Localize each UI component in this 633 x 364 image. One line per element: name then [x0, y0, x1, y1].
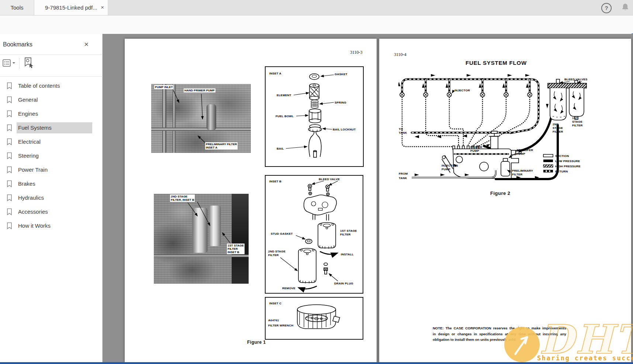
help-icon[interactable]: ? [601, 3, 612, 13]
svg-text:LOW PRESSURE: LOW PRESSURE [555, 160, 580, 163]
sidebar-item-electrical[interactable]: Electrical [0, 135, 103, 149]
divider [0, 55, 103, 55]
bookmark-icon [7, 110, 12, 119]
photo2-leader-lines [154, 194, 249, 284]
tab-bar: Tools 9-79815-Linked pdf... × ? [0, 0, 633, 15]
svg-text:A64761: A64761 [268, 319, 279, 322]
divider [0, 76, 103, 77]
sidebar-item-general[interactable]: General [0, 93, 103, 107]
svg-text:DRAIN PLUG: DRAIN PLUG [334, 282, 353, 285]
close-panel-icon[interactable]: × [84, 40, 89, 49]
sidebar-item-accessories[interactable]: Accessories [0, 205, 103, 219]
page-code: 3110-4 [394, 52, 407, 57]
svg-text:STAGE: STAGE [572, 120, 582, 123]
pdf-page-left: 3110-3 PUMP INLET HAND PRIMER PUMP PRELI… [125, 39, 377, 362]
photo-engine-primer-pump: PUMP INLET HAND PRIMER PUMP PRELIMINARY … [151, 84, 251, 153]
svg-text:2ND: 2ND [553, 123, 559, 126]
svg-text:PUMP: PUMP [516, 152, 525, 155]
main-toolbar: 339 / 1214 [0, 15, 633, 34]
svg-text:2ND STAGE: 2ND STAGE [268, 250, 286, 253]
svg-text:PRELIMINARY: PRELIMINARY [512, 169, 533, 172]
svg-text:FILTER: FILTER [553, 130, 563, 133]
svg-text:TANK: TANK [399, 176, 407, 180]
svg-text:STUD GASKET: STUD GASKET [271, 232, 293, 235]
watermark-badge [504, 327, 540, 362]
svg-text:PRIMER: PRIMER [470, 146, 482, 149]
photo1-label-pump-inlet: PUMP INLET [154, 85, 173, 89]
sidebar-item-engines[interactable]: Engines [0, 107, 103, 121]
svg-text:TRANSFER: TRANSFER [516, 148, 533, 152]
bookmark-icon [7, 222, 12, 231]
svg-text:INSET A: INSET A [269, 72, 281, 75]
page-code: 3110-3 [350, 50, 363, 55]
bookmark-icon [7, 124, 12, 133]
svg-text:PUMP: PUMP [470, 149, 479, 153]
watermark-slogan: Sharing creates success [537, 354, 633, 362]
document-viewport[interactable]: 3110-3 PUMP INLET HAND PRIMER PUMP PRELI… [103, 34, 633, 364]
pdf-viewer-window: Tools 9-79815-Linked pdf... × ? [0, 0, 633, 364]
sidebar-item-power-train[interactable]: Power Train [0, 163, 103, 177]
svg-text:FILTER: FILTER [572, 124, 583, 127]
bookmark-icon [7, 180, 12, 189]
close-tab-icon[interactable]: × [101, 4, 104, 11]
svg-text:STAGE: STAGE [553, 126, 563, 130]
svg-text:ELEMENT: ELEMENT [277, 94, 291, 97]
sidebar-item-steering[interactable]: Steering [0, 149, 103, 163]
inset-b-diagram: INSET B BLEED VALVE STUD GASKET [266, 176, 363, 293]
photo-engine-filters: 2ND STAGE FILTER, INSET B 1ST STAGE FILT… [154, 194, 249, 284]
tab-document[interactable]: 9-79815-Linked pdf... × [34, 0, 108, 15]
watermark-arrow-icon [504, 327, 540, 362]
svg-text:SUCTION: SUCTION [555, 154, 569, 158]
bookmark-options-icon[interactable] [2, 58, 17, 70]
bookmark-icon [7, 166, 12, 175]
find-current-bookmark-icon[interactable] [23, 57, 35, 71]
bookmark-icon [7, 96, 12, 105]
bookmarks-panel-title: Bookmarks [3, 41, 32, 48]
sidebar-item-hydraulics[interactable]: Hydraulics [0, 191, 103, 205]
bookmark-icon [7, 152, 12, 161]
sidebar-item-how-it-works[interactable]: How it Works [0, 219, 103, 233]
document-tab-title: 9-79815-Linked pdf... [45, 4, 97, 11]
svg-text:FROM: FROM [399, 172, 408, 175]
pdf-page-right: 3110-4 FUEL SYSTEM FLOW [379, 39, 631, 362]
svg-text:BAIL LOCKNUT: BAIL LOCKNUT [333, 128, 356, 131]
svg-text:FILTER WRENCH: FILTER WRENCH [268, 324, 293, 327]
svg-text:INSET C: INSET C [269, 302, 281, 305]
divider [19, 58, 20, 69]
svg-text:GASKET: GASKET [335, 73, 347, 76]
svg-text:INSTALL: INSTALL [341, 253, 354, 256]
svg-text:FILTER: FILTER [268, 253, 279, 257]
bookmark-icon [7, 194, 12, 203]
sidebar-item-brakes[interactable]: Brakes [0, 177, 103, 191]
inset-a-diagram: INSET A GASKET ELEMENT SPRING [266, 67, 363, 166]
inset-b-box: INSET B BLEED VALVE STUD GASKET [265, 175, 363, 294]
bookmark-icon [7, 138, 12, 147]
svg-text:RETURN: RETURN [555, 170, 568, 173]
inset-a-box: INSET A GASKET ELEMENT SPRING [265, 66, 364, 167]
diagram-title: FUEL SYSTEM FLOW [466, 60, 527, 66]
svg-text:BLEED VALVES: BLEED VALVES [564, 78, 588, 81]
svg-text:SPRING: SPRING [335, 101, 346, 104]
bookmark-icon [7, 82, 12, 91]
sidebar-item-table-of-contents[interactable]: Table of contents [0, 79, 103, 93]
fuel-system-flow-diagram: INJECTOR [398, 70, 598, 184]
bookmarks-panel: Bookmarks × Table of contents General En… [0, 34, 103, 364]
bottom-edge-bar [0, 362, 633, 364]
svg-text:1ST: 1ST [572, 116, 578, 120]
svg-text:FILTER: FILTER [512, 173, 523, 176]
inset-c-diagram: INSET C A64761 FILTER WRENCH [266, 298, 363, 339]
svg-text:BLEED VALVE: BLEED VALVE [319, 178, 340, 181]
figure-1-caption: Figure 1 [247, 340, 266, 345]
tab-tools[interactable]: Tools [0, 0, 34, 15]
inset-c-box: INSET C A64761 FILTER WRENCH [265, 297, 363, 340]
photo1-label-preliminary-filter: PRELIMINARY FILTER INSET A [205, 142, 238, 150]
svg-text:TANK: TANK [399, 131, 407, 134]
svg-text:BAIL: BAIL [277, 147, 284, 150]
svg-text:INSET B: INSET B [269, 180, 281, 183]
bookmark-icon [7, 208, 12, 217]
svg-text:REMOVE: REMOVE [282, 287, 295, 290]
svg-text:FUEL BOWL: FUEL BOWL [276, 115, 294, 118]
svg-text:PUMP: PUMP [442, 168, 450, 171]
notifications-bell-icon[interactable] [621, 3, 630, 14]
sidebar-item-fuel-systems[interactable]: Fuel Systems [0, 121, 103, 135]
